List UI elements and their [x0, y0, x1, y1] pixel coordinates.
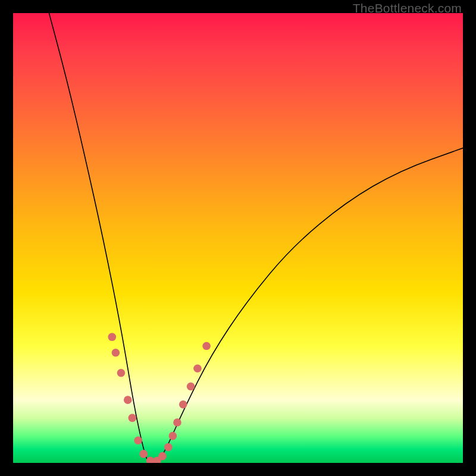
data-marker [129, 414, 137, 422]
data-marker [193, 364, 202, 372]
chart-svg [13, 13, 463, 463]
data-marker [169, 432, 177, 440]
data-marker [173, 418, 181, 427]
data-marker [187, 383, 195, 391]
valley-curve [49, 13, 463, 463]
data-marker [179, 400, 187, 409]
data-marker [117, 369, 126, 377]
data-marker [202, 342, 211, 350]
data-marker [112, 349, 120, 357]
data-marker [134, 436, 142, 444]
data-marker [158, 452, 167, 461]
data-marker [164, 443, 173, 452]
data-marker [139, 450, 148, 458]
watermark-text: TheBottleneck.com [353, 1, 462, 15]
data-marker [124, 396, 132, 404]
data-marker [108, 333, 117, 342]
data-markers [108, 333, 211, 463]
